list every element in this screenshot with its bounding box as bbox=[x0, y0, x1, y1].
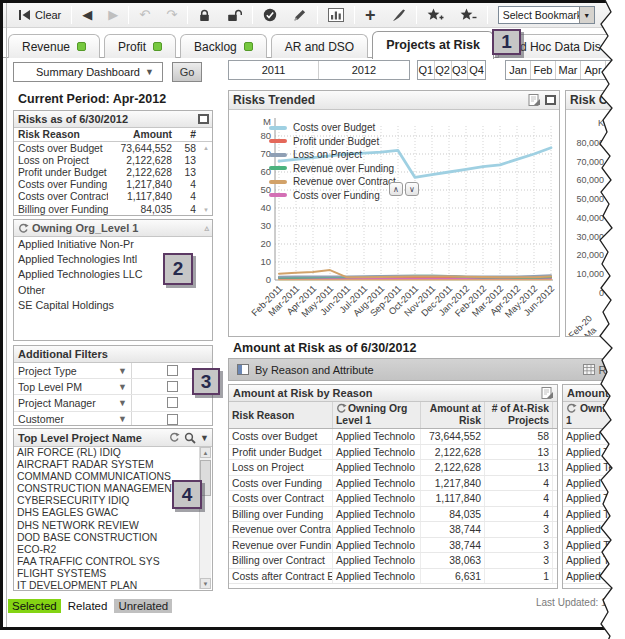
cell-owning-org[interactable]: Applied Technolo bbox=[333, 538, 421, 553]
amount-col-amount-at-risk[interactable]: Amount at Risk bbox=[421, 402, 485, 428]
legend-scroll-up-button[interactable]: ∧ bbox=[389, 182, 403, 196]
cell-amount[interactable]: 84,035 bbox=[108, 204, 172, 215]
tab-revenue[interactable]: Revenue bbox=[8, 34, 100, 58]
list-item-flight-systems[interactable]: FLIGHT SYSTEMS bbox=[14, 568, 200, 580]
cell-project-count[interactable]: 3 bbox=[485, 522, 553, 537]
bookmark-add-button[interactable] bbox=[427, 8, 444, 22]
month-cell-jan[interactable]: Jan bbox=[506, 61, 531, 79]
cell-amount-at-risk[interactable]: 1,117,840 bbox=[421, 491, 485, 506]
toggle-by-reason-label[interactable]: By Reason and Attribute bbox=[255, 364, 374, 376]
back-button[interactable]: ◀ bbox=[82, 8, 92, 22]
cell-amount[interactable]: 2,122,628 bbox=[108, 155, 172, 166]
amount-col-risk-reason[interactable]: Risk Reason bbox=[229, 402, 333, 428]
dashboard-select[interactable]: Summary Dashboard ▼ bbox=[13, 62, 163, 82]
cell-owning-org[interactable]: Applied Technolo bbox=[333, 522, 421, 537]
sort-asc-icon[interactable]: ▵ bbox=[204, 223, 209, 233]
cell-risk-reason[interactable]: Loss on Project bbox=[14, 155, 108, 166]
col-amount[interactable]: Amount bbox=[108, 129, 172, 140]
cell-project-count[interactable]: 58 bbox=[485, 429, 553, 444]
cell-project-count[interactable]: 13 bbox=[485, 445, 553, 460]
cell-risk-reason[interactable]: Costs after Contract E bbox=[229, 569, 333, 584]
cell-amount-at-risk[interactable]: 6,631 bbox=[421, 569, 485, 584]
amount-col-of-at-risk-projects[interactable]: # of At-Risk Projects bbox=[485, 402, 553, 428]
year-cell-2012[interactable]: 2012 bbox=[319, 61, 409, 79]
cell-amount[interactable]: 73,644,552 bbox=[108, 143, 172, 154]
table-row[interactable]: Costs over Contract1,117,8404 bbox=[14, 191, 212, 203]
cell-count[interactable]: 13 bbox=[172, 155, 198, 166]
table-row[interactable]: Loss on Project2,122,62813 bbox=[14, 154, 212, 166]
cell-amount-at-risk[interactable]: 38,744 bbox=[421, 538, 485, 553]
project-list-scrollbar[interactable]: ▲ ▼ bbox=[199, 447, 211, 589]
cell-risk-reason[interactable]: Costs over Budget bbox=[14, 143, 108, 154]
search-icon[interactable] bbox=[184, 432, 196, 444]
cell-owning-org[interactable]: Applied Technolo bbox=[333, 445, 421, 460]
cell-project-count[interactable]: 13 bbox=[485, 460, 553, 475]
cell-project-count[interactable]: 3 bbox=[485, 538, 553, 553]
table-row[interactable]: Costs over ContractApplied Technolo1,117… bbox=[229, 491, 557, 507]
filter-select-project-type[interactable]: Project Type▼ bbox=[14, 363, 132, 378]
cell-owning-org[interactable]: Applied Technolo bbox=[333, 429, 421, 444]
cell-risk-reason[interactable]: Revenue over Contra bbox=[229, 522, 333, 537]
checkbox-customer[interactable] bbox=[167, 414, 178, 425]
month-cell-feb[interactable]: Feb bbox=[531, 61, 556, 79]
cell-risk-reason[interactable]: Billing over Funding bbox=[229, 507, 333, 522]
cyclic-group-icon[interactable] bbox=[18, 223, 29, 234]
scroll-down-icon[interactable]: ▼ bbox=[203, 207, 209, 213]
scroll-up-icon[interactable]: ▲ bbox=[200, 447, 211, 458]
table-row[interactable]: Billing over Funding84,0354 bbox=[14, 203, 212, 215]
cell-amount-at-risk[interactable]: 2,122,628 bbox=[421, 460, 485, 475]
annotate-pen-button[interactable] bbox=[392, 9, 406, 22]
list-item-dod-base-construction[interactable]: DOD BASE CONSTRUCTION bbox=[14, 532, 200, 544]
legend-item-revenue-over-funding[interactable]: Revenue over Funding bbox=[269, 162, 396, 176]
cell-project-count[interactable]: 4 bbox=[485, 491, 553, 506]
cell-risk-reason[interactable]: Loss on Project bbox=[229, 460, 333, 475]
checkbox-project-manager[interactable] bbox=[167, 397, 178, 408]
cell-amount[interactable]: 1,117,840 bbox=[108, 191, 172, 202]
cell-owning-org[interactable]: Applied Technolo bbox=[333, 507, 421, 522]
cell-owning-org[interactable]: Applied Technolo bbox=[333, 460, 421, 475]
cell-project-count[interactable]: 1 bbox=[485, 569, 553, 584]
chevron-down-icon[interactable]: ▼ bbox=[579, 7, 594, 23]
chevron-down-icon[interactable]: ▼ bbox=[200, 433, 209, 443]
cell-risk-reason[interactable]: Costs over Contract bbox=[14, 191, 108, 202]
cell-count[interactable]: 13 bbox=[172, 167, 198, 178]
cell-risk-reason[interactable]: Billing over Contract bbox=[229, 553, 333, 568]
cell-risk-reason[interactable]: Profit under Budget bbox=[14, 167, 108, 178]
quarter-cell-q1[interactable]: Q1 bbox=[418, 61, 435, 79]
legend-item-profit-under-budget[interactable]: Profit under Budget bbox=[269, 135, 396, 149]
cell-amount[interactable]: 1,217,840 bbox=[108, 179, 172, 190]
checkbox-project-type[interactable] bbox=[167, 365, 178, 376]
table-row[interactable]: Profit under Budget2,122,62813 bbox=[14, 166, 212, 178]
unlock-button[interactable] bbox=[227, 9, 242, 22]
filter-select-top-level-pm[interactable]: Top Level PM▼ bbox=[14, 379, 132, 394]
list-item-se-capital-holdings[interactable]: SE Capital Holdings bbox=[14, 298, 212, 313]
cyclic-group-icon[interactable] bbox=[336, 403, 347, 414]
cyclic-group-icon[interactable] bbox=[566, 403, 577, 414]
export-icon[interactable] bbox=[528, 94, 541, 106]
cell-owning-org[interactable]: Applied Technolo bbox=[333, 569, 421, 584]
cell-amount-at-risk[interactable]: 2,122,628 bbox=[421, 445, 485, 460]
redo-button[interactable]: ↷ bbox=[166, 8, 177, 22]
legend-scroll-down-button[interactable]: ∨ bbox=[405, 182, 419, 196]
apply-check-button[interactable] bbox=[263, 8, 277, 22]
legend-item-revenue-over-contract[interactable]: Revenue over Contract bbox=[269, 175, 396, 189]
table-row[interactable]: Billing over FundingApplied Technolo84,0… bbox=[229, 507, 557, 523]
risks-table-header[interactable]: Risk Reason Amount # bbox=[14, 128, 212, 142]
table-row[interactable]: Loss on ProjectApplied Technolo2,122,628… bbox=[229, 460, 557, 476]
cell-amount-at-risk[interactable]: 38,063 bbox=[421, 553, 485, 568]
tab-ar-and-dso[interactable]: AR and DSO bbox=[271, 34, 368, 58]
table-row[interactable]: Billing over ContractApplied Technolo38,… bbox=[229, 553, 557, 569]
cell-risk-reason[interactable]: Costs over Budget bbox=[229, 429, 333, 444]
list-item-dhs-eagles-gwac[interactable]: DHS EAGLES GWAC bbox=[14, 507, 200, 519]
list-item-dhs-network-review[interactable]: DHS NETWORK REVIEW bbox=[14, 520, 200, 532]
list-item-it-development-plan[interactable]: IT DEVELOPMENT PLAN bbox=[14, 580, 200, 591]
cell-owning-org[interactable]: Applied Technolo bbox=[333, 491, 421, 506]
cell-risk-reason[interactable]: Costs over Funding bbox=[229, 476, 333, 491]
bookmark-select[interactable]: Select Bookmark▼ bbox=[498, 6, 595, 24]
table-row[interactable]: Costs after Contract EApplied Technolo6,… bbox=[229, 569, 557, 585]
quarter-cell-q4[interactable]: Q4 bbox=[468, 61, 485, 79]
cell-project-count[interactable]: 3 bbox=[485, 553, 553, 568]
maximize-icon[interactable] bbox=[545, 95, 556, 105]
quarter-cell-q3[interactable]: Q3 bbox=[452, 61, 469, 79]
cell-owning-org[interactable]: Applied Technolo bbox=[333, 553, 421, 568]
